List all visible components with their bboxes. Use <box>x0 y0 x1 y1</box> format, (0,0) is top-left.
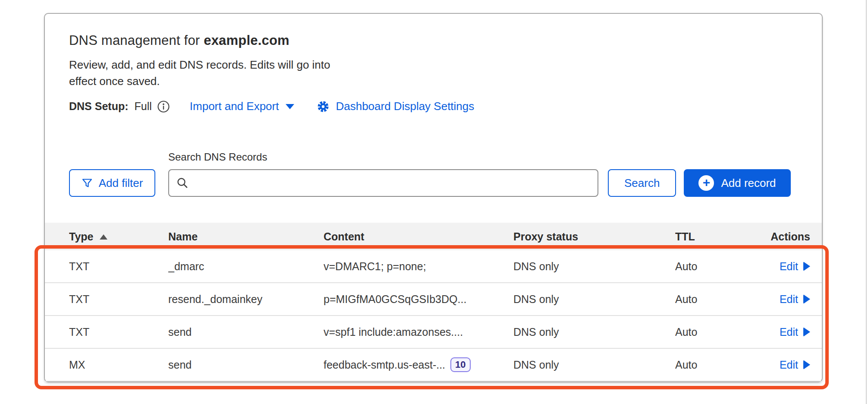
search-dns-records-input[interactable] <box>194 177 591 189</box>
filter-funnel-icon <box>82 177 93 189</box>
chevron-right-icon <box>803 294 810 304</box>
column-header-type[interactable]: Type <box>69 230 168 243</box>
column-header-ttl: TTL <box>675 230 759 243</box>
chevron-right-icon <box>803 262 810 271</box>
record-content: feedback-smtp.us-east-... 10 <box>324 357 513 372</box>
import-export-label: Import and Export <box>190 100 279 113</box>
table-row: TXT send v=spf1 include:amazonses.... DN… <box>45 316 822 349</box>
record-type: TXT <box>69 293 168 306</box>
record-name: send <box>168 359 324 371</box>
edit-record-link[interactable]: Edit <box>780 359 810 371</box>
add-record-button[interactable]: + Add record <box>684 169 790 197</box>
dashboard-display-settings-label: Dashboard Display Settings <box>336 100 474 113</box>
search-icon <box>176 177 189 189</box>
table-body: TXT _dmarc v=DMARC1; p=none; DNS only Au… <box>45 250 822 382</box>
search-input-container <box>168 169 598 197</box>
record-type: TXT <box>69 326 168 338</box>
search-dns-records-label: Search DNS Records <box>168 151 598 163</box>
record-name: resend._domainkey <box>168 293 324 306</box>
dns-setup-value: Full <box>135 100 152 113</box>
search-button-label: Search <box>624 177 660 190</box>
column-header-actions: Actions <box>771 230 810 243</box>
dns-setup-row: DNS Setup: Full Import and Export <box>69 100 798 113</box>
record-proxy-status: DNS only <box>513 359 675 371</box>
edit-record-link[interactable]: Edit <box>780 260 810 273</box>
record-proxy-status: DNS only <box>513 326 675 338</box>
column-header-content: Content <box>324 230 513 243</box>
edit-record-link[interactable]: Edit <box>780 326 810 338</box>
search-group: Search DNS Records <box>168 151 598 197</box>
add-filter-label: Add filter <box>99 177 143 190</box>
record-ttl: Auto <box>675 293 759 306</box>
dns-records-table: Type Name Content Proxy status TTL Actio… <box>45 223 822 382</box>
record-name: send <box>168 326 324 338</box>
record-content: p=MIGfMA0GCSqGSIb3DQ... <box>324 293 513 306</box>
domain-name: example.com <box>204 33 289 48</box>
page-title: DNS management for example.com <box>69 33 798 48</box>
chevron-right-icon <box>803 360 810 369</box>
viewport-right-edge <box>866 0 867 404</box>
edit-record-link[interactable]: Edit <box>780 293 810 306</box>
dashboard-display-settings-link[interactable]: Dashboard Display Settings <box>336 100 474 113</box>
table-header-row: Type Name Content Proxy status TTL Actio… <box>45 223 822 250</box>
plus-icon: + <box>698 175 714 191</box>
info-icon[interactable] <box>157 100 170 113</box>
record-ttl: Auto <box>675 326 759 338</box>
column-header-name: Name <box>168 230 324 243</box>
record-proxy-status: DNS only <box>513 293 675 306</box>
record-type: TXT <box>69 260 168 273</box>
add-filter-button[interactable]: Add filter <box>69 169 155 197</box>
add-record-label: Add record <box>721 177 776 190</box>
dns-management-card: DNS management for example.com Review, a… <box>44 13 823 382</box>
page-subtitle: Review, add, and edit DNS records. Edits… <box>69 57 349 89</box>
sort-ascending-icon <box>100 234 107 240</box>
dns-setup-label: DNS Setup: <box>69 100 129 113</box>
record-ttl: Auto <box>675 260 759 273</box>
mx-priority-badge: 10 <box>450 357 470 372</box>
column-header-proxy-status: Proxy status <box>513 230 675 243</box>
record-proxy-status: DNS only <box>513 260 675 273</box>
gear-icon <box>317 100 330 113</box>
record-name: _dmarc <box>168 260 324 273</box>
search-button[interactable]: Search <box>608 169 676 197</box>
chevron-down-icon <box>286 104 294 109</box>
record-content: v=spf1 include:amazonses.... <box>324 326 513 338</box>
record-type: MX <box>69 359 168 371</box>
dns-toolbar: Add filter Search DNS Records Search <box>69 151 798 197</box>
table-row: TXT resend._domainkey p=MIGfMA0GCSqGSIb3… <box>45 283 822 316</box>
import-export-link[interactable]: Import and Export <box>190 100 295 113</box>
table-row: MX send feedback-smtp.us-east-... 10 DNS… <box>45 349 822 382</box>
page-title-prefix: DNS management for <box>69 33 200 48</box>
record-ttl: Auto <box>675 359 759 371</box>
record-content: v=DMARC1; p=none; <box>324 260 513 273</box>
table-row: TXT _dmarc v=DMARC1; p=none; DNS only Au… <box>45 250 822 283</box>
chevron-right-icon <box>803 327 810 337</box>
